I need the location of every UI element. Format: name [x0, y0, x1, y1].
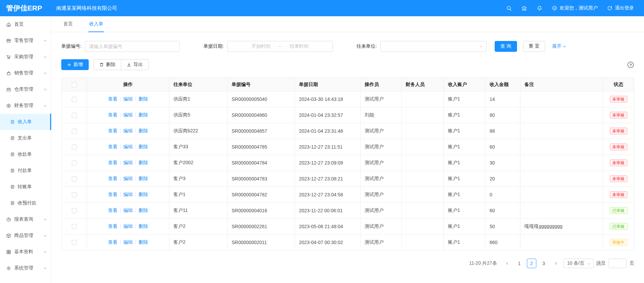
delete-link[interactable]: 删除 — [138, 176, 148, 181]
view-link[interactable]: 查看 — [108, 176, 117, 181]
bell-icon[interactable] — [537, 5, 542, 11]
sidebar-item-report[interactable]: 报表查询 — [0, 211, 51, 227]
delete-link[interactable]: 删除 — [138, 96, 148, 102]
delete-link[interactable]: 删除 — [138, 223, 148, 229]
row-checkbox[interactable] — [72, 129, 77, 134]
cell-status: 已审核 — [603, 219, 634, 235]
page-1[interactable]: 1 — [515, 259, 524, 268]
row-checkbox[interactable] — [72, 224, 77, 229]
row-checkbox[interactable] — [72, 192, 77, 197]
view-link[interactable]: 查看 — [108, 160, 117, 165]
table-row: 查看编辑删除客户2002SR000000047842023-12-27 23:0… — [62, 155, 634, 171]
delete-link[interactable]: 删除 — [138, 112, 148, 117]
row-checkbox[interactable] — [72, 160, 77, 166]
search-icon[interactable] — [506, 5, 512, 11]
reset-button[interactable]: 重 置 — [523, 41, 545, 52]
view-link[interactable]: 查看 — [108, 192, 117, 197]
edit-link[interactable]: 编辑 — [123, 192, 133, 197]
row-checkbox[interactable] — [72, 176, 77, 181]
cell-partner: 客户3 — [169, 171, 228, 187]
sidebar-item-advance[interactable]: 收预付款 — [0, 195, 51, 211]
date-filter: 单据日期: 开始时间 ~ 结束时间 — [203, 41, 333, 52]
edit-link[interactable]: 编辑 — [123, 223, 133, 229]
smiley-icon — [552, 5, 557, 11]
logout-label: 退出登录 — [615, 5, 634, 11]
cell-finance — [402, 203, 444, 219]
edit-link[interactable]: 编辑 — [123, 128, 133, 133]
page-2[interactable]: 2 — [527, 259, 536, 268]
page-3[interactable]: 3 — [539, 259, 549, 268]
sidebar-item-receipt[interactable]: 收款单 — [0, 146, 51, 162]
delete-link[interactable]: 删除 — [138, 128, 148, 133]
welcome-user[interactable]: 欢迎您，测试用户 — [552, 5, 598, 11]
delete-link[interactable]: 删除 — [138, 144, 148, 149]
bill-no-input[interactable] — [85, 41, 180, 52]
logout-button[interactable]: 退出登录 — [607, 5, 634, 11]
edit-link[interactable]: 编辑 — [123, 112, 133, 117]
tab-income[interactable]: 收入单 — [88, 16, 104, 32]
sidebar-item-sales[interactable]: 销售管理 — [0, 65, 51, 81]
sidebar-item-purchase[interactable]: 采购管理 — [0, 49, 51, 65]
column-header: 操作员 — [361, 78, 402, 91]
status-badge: 审核中 — [610, 239, 627, 246]
sidebar-item-transfer[interactable]: 转账单 — [0, 179, 51, 195]
add-button[interactable]: 新增 — [61, 59, 89, 70]
column-header: 备注 — [520, 78, 603, 91]
jump-input[interactable] — [608, 259, 627, 268]
sidebar-item-system[interactable]: 系统管理 — [0, 260, 51, 276]
edit-link[interactable]: 编辑 — [123, 144, 133, 149]
delete-link[interactable]: 删除 — [138, 208, 148, 213]
edit-link[interactable]: 编辑 — [123, 96, 133, 102]
cell-remark — [520, 187, 603, 203]
next-page-icon[interactable] — [551, 259, 561, 268]
edit-link[interactable]: 编辑 — [123, 239, 133, 245]
delete-link[interactable]: 删除 — [138, 192, 148, 197]
view-link[interactable]: 查看 — [108, 144, 117, 149]
select-all-checkbox[interactable] — [72, 82, 77, 87]
partner-select[interactable] — [380, 41, 487, 52]
expand-link[interactable]: 展开 — [552, 43, 566, 49]
query-button[interactable]: 查 询 — [495, 41, 517, 52]
view-link[interactable]: 查看 — [108, 208, 117, 213]
view-link[interactable]: 查看 — [108, 112, 117, 117]
sidebar-item-retail[interactable]: 零售管理 — [0, 32, 51, 49]
tab-home[interactable]: 首页 — [63, 16, 73, 32]
sidebar-item-label: 收预付款 — [18, 200, 37, 206]
table-row: 查看编辑删除客户2SR000000022612023-05-08 21:48:0… — [62, 219, 634, 235]
delete-link[interactable]: 删除 — [138, 239, 148, 245]
page-size-select[interactable]: 10 条/页 — [563, 259, 594, 268]
sidebar-item-home[interactable]: 首页 — [0, 16, 51, 32]
row-checkbox[interactable] — [72, 240, 77, 245]
trash-icon — [99, 62, 104, 67]
view-link[interactable]: 查看 — [108, 223, 117, 229]
export-button[interactable]: 导出 — [121, 59, 149, 70]
row-checkbox[interactable] — [72, 145, 77, 150]
bank-icon[interactable] — [521, 5, 527, 11]
date-range-picker[interactable]: 开始时间 ~ 结束时间 — [227, 41, 333, 52]
row-checkbox[interactable] — [72, 208, 77, 213]
sidebar-item-warehouse[interactable]: 仓库管理 — [0, 81, 51, 97]
sidebar-item-expense[interactable]: 支出单 — [0, 130, 51, 146]
prev-page-icon[interactable] — [502, 259, 512, 268]
view-link[interactable]: 查看 — [108, 239, 117, 245]
sidebar-item-finance[interactable]: 财务管理 — [0, 97, 51, 114]
help-icon[interactable]: ? — [627, 61, 634, 68]
cell-operator: 测试用户 — [361, 219, 402, 235]
edit-link[interactable]: 编辑 — [123, 160, 133, 165]
sidebar-item-payment[interactable]: 付款单 — [0, 162, 51, 179]
edit-link[interactable]: 编辑 — [123, 208, 133, 213]
sidebar-item-income[interactable]: 收入单 — [0, 114, 51, 130]
cell-status: 未审核 — [603, 107, 634, 123]
cell-remark — [520, 203, 603, 219]
row-checkbox[interactable] — [72, 113, 77, 118]
view-link[interactable]: 查看 — [108, 96, 117, 102]
edit-link[interactable]: 编辑 — [123, 176, 133, 181]
sidebar-item-label: 销售管理 — [14, 70, 33, 76]
sidebar-item-product[interactable]: 商品管理 — [0, 227, 51, 244]
row-checkbox[interactable] — [72, 97, 77, 102]
delete-link[interactable]: 删除 — [138, 160, 148, 165]
sidebar-item-basic[interactable]: 基本资料 — [0, 244, 51, 260]
report-icon — [6, 217, 11, 222]
view-link[interactable]: 查看 — [108, 128, 117, 133]
delete-button[interactable]: 删除 — [93, 59, 121, 70]
